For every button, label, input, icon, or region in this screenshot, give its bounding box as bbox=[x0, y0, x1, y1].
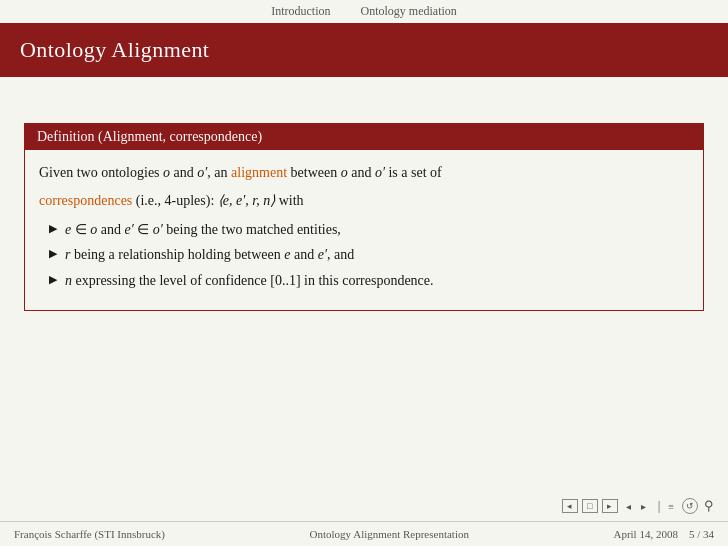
definition-paragraph1: Given two ontologies o and o′, an alignm… bbox=[39, 162, 689, 184]
bullet-text-2: r being a relationship holding between e… bbox=[65, 244, 354, 266]
definition-header: Definition (Alignment, correspondence) bbox=[25, 124, 703, 150]
definition-body: Given two ontologies o and o′, an alignm… bbox=[25, 150, 703, 310]
nav-circle-icon[interactable]: ↺ bbox=[682, 498, 698, 514]
nav-separator1: ◂ bbox=[626, 501, 631, 512]
nav-page-icon[interactable]: □ bbox=[582, 499, 598, 513]
bullet-text-1: e ∈ o and e′ ∈ o′ being the two matched … bbox=[65, 219, 341, 241]
footer-date-page: April 14, 2008 5 / 34 bbox=[613, 528, 714, 540]
nav-left-icon[interactable]: ◂ bbox=[562, 499, 578, 513]
footer-page: 5 / 34 bbox=[689, 528, 714, 540]
footer: François Scharffe (STI Innsbruck) Ontolo… bbox=[0, 521, 728, 546]
bullet-text-3: n expressing the level of confidence [0.… bbox=[65, 270, 434, 292]
bullet-item-2: ▶ r being a relationship holding between… bbox=[49, 244, 689, 266]
nav-right-icon[interactable]: ▸ bbox=[602, 499, 618, 513]
footer-date: April 14, 2008 bbox=[613, 528, 677, 540]
navigation-icons: ◂ □ ▸ ◂ ▸ | ≡ ↺ ⚲ bbox=[562, 498, 714, 514]
bullet-list: ▶ e ∈ o and e′ ∈ o′ being the two matche… bbox=[39, 219, 689, 292]
term-correspondences: correspondences bbox=[39, 193, 132, 208]
bullet-arrow-1: ▶ bbox=[49, 220, 57, 237]
var-o2: o bbox=[341, 165, 348, 180]
nav-separator3: | bbox=[658, 498, 661, 514]
bullet-arrow-2: ▶ bbox=[49, 245, 57, 262]
page-title: Ontology Alignment bbox=[20, 37, 708, 63]
top-navigation: Introduction Ontology mediation bbox=[0, 0, 728, 23]
definition-paragraph2: correspondences (i.e., 4-uples): ⟨e, e′,… bbox=[39, 190, 689, 212]
bullet-arrow-3: ▶ bbox=[49, 271, 57, 288]
var-o1: o bbox=[163, 165, 170, 180]
bullet-item-1: ▶ e ∈ o and e′ ∈ o′ being the two matche… bbox=[49, 219, 689, 241]
main-content: Definition (Alignment, correspondence) G… bbox=[0, 77, 728, 319]
definition-box: Definition (Alignment, correspondence) G… bbox=[24, 123, 704, 311]
footer-title: Ontology Alignment Representation bbox=[309, 528, 468, 540]
bullet-item-3: ▶ n expressing the level of confidence [… bbox=[49, 270, 689, 292]
nav-item-introduction[interactable]: Introduction bbox=[271, 4, 330, 19]
term-alignment: alignment bbox=[231, 165, 287, 180]
math-tuple: ⟨e, e′, r, n⟩ bbox=[218, 193, 275, 208]
nav-separator2: ▸ bbox=[641, 501, 646, 512]
footer-author: François Scharffe (STI Innsbruck) bbox=[14, 528, 165, 540]
nav-search-icon[interactable]: ⚲ bbox=[704, 498, 714, 514]
var-o-prime2: o′ bbox=[375, 165, 385, 180]
nav-item-ontology-mediation[interactable]: Ontology mediation bbox=[361, 4, 457, 19]
var-o-prime: o′ bbox=[197, 165, 207, 180]
nav-list-icon[interactable]: ≡ bbox=[668, 501, 674, 512]
title-section: Ontology Alignment bbox=[0, 23, 728, 77]
